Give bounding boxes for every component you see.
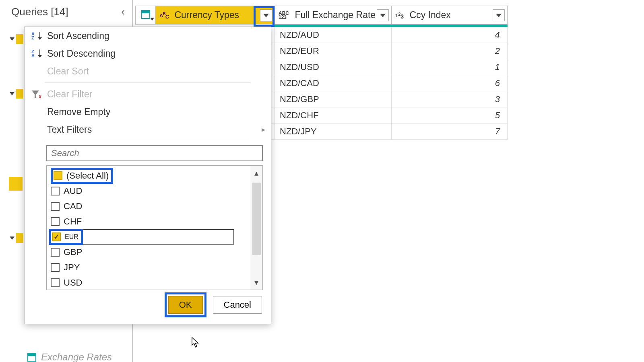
mouse-cursor-icon <box>192 337 200 348</box>
scrollbar[interactable]: ▴ ▾ <box>250 166 262 290</box>
clear-filter: x Clear Filter <box>25 85 271 103</box>
number-type-icon: 123 <box>395 12 404 19</box>
filter-value-usd[interactable]: USD <box>48 275 248 290</box>
filter-search[interactable] <box>46 145 263 161</box>
scroll-thumb[interactable] <box>252 183 261 255</box>
checkbox-indeterminate[interactable] <box>54 171 62 180</box>
table-options-button[interactable] <box>136 6 156 25</box>
sort-asc-icon: AZ <box>30 32 41 40</box>
filter-value-chf[interactable]: CHF <box>48 214 248 229</box>
query-group-3[interactable] <box>0 231 23 245</box>
text-type-icon: ABC <box>159 12 169 19</box>
queries-title: Queries [14] <box>11 6 68 18</box>
filter-search-input[interactable] <box>46 145 263 161</box>
highlight-box: EUR <box>49 229 83 245</box>
highlight-box: (Select All) <box>51 168 113 184</box>
column-filter-button-full-exchange-rate[interactable] <box>377 9 389 21</box>
scroll-down-icon[interactable]: ▾ <box>250 275 262 290</box>
checkbox[interactable] <box>51 202 60 211</box>
table-icon <box>141 10 150 19</box>
submenu-arrow-icon: ▸ <box>262 125 265 134</box>
cancel-button[interactable]: Cancel <box>213 296 262 314</box>
filter-value-cad[interactable]: CAD <box>48 199 248 214</box>
checkbox[interactable] <box>51 217 60 226</box>
checkbox-checked[interactable] <box>52 232 61 241</box>
checkbox[interactable] <box>51 187 60 195</box>
highlight-box: OK <box>165 292 206 317</box>
checkbox[interactable] <box>51 278 60 287</box>
filter-value-eur[interactable]: EUR <box>49 229 234 245</box>
column-header-ccy-index[interactable]: 123 Ccy Index <box>392 6 508 25</box>
ok-button[interactable]: OK <box>168 296 203 314</box>
queries-header[interactable]: Queries [14] ‹ <box>0 0 132 24</box>
clear-filter-icon: x <box>30 90 41 98</box>
checkbox[interactable] <box>51 263 60 272</box>
sort-ascending[interactable]: AZ Sort Ascending <box>25 27 271 45</box>
filter-value-gbp[interactable]: GBP <box>48 245 248 260</box>
collapse-icon[interactable]: ‹ <box>121 6 125 18</box>
column-filter-popup: AZ Sort Ascending ZA Sort Descending Cle… <box>24 27 271 324</box>
query-selected-marker <box>9 177 23 191</box>
filter-values-list: (Select All) AUD CAD CHF EUR <box>46 165 263 290</box>
scroll-up-icon[interactable]: ▴ <box>250 166 262 180</box>
text-filters[interactable]: Text Filters ▸ <box>25 121 271 138</box>
filter-value-jpy[interactable]: JPY <box>48 260 248 275</box>
column-filter-button-currency-types[interactable] <box>260 9 272 21</box>
sort-descending[interactable]: ZA Sort Descending <box>25 45 271 62</box>
column-header-currency-types[interactable]: ABC Currency Types <box>156 6 275 25</box>
remove-empty[interactable]: Remove Empty <box>25 103 271 121</box>
query-item-exchange-rates[interactable]: Exchange Rates <box>27 352 112 362</box>
filter-value-aud[interactable]: AUD <box>48 183 248 199</box>
column-filter-button-ccy-index[interactable] <box>493 9 505 21</box>
checkbox[interactable] <box>51 248 60 257</box>
table-icon <box>27 353 36 362</box>
column-header-full-exchange-rate[interactable]: ABC123 Full Exchange Rate <box>275 6 392 25</box>
filter-value-select-all[interactable]: (Select All) <box>48 168 248 183</box>
any-type-icon: ABC123 <box>279 11 289 19</box>
clear-sort: Clear Sort <box>25 62 271 80</box>
sort-desc-icon: ZA <box>30 49 41 58</box>
